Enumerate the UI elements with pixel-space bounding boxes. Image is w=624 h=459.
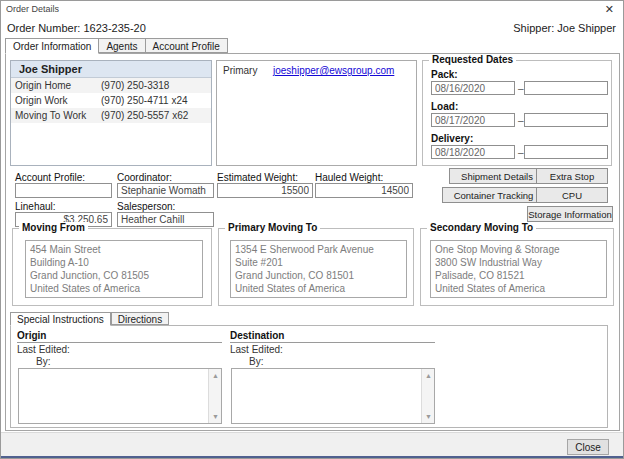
load-to-input[interactable]	[524, 113, 608, 127]
shipper-label: Shipper: Joe Shipper	[513, 22, 616, 34]
address-line: 454 Main Street	[30, 243, 198, 256]
address-line: 1354 E Sherwood Park Avenue	[235, 243, 402, 256]
tab-agents[interactable]: Agents	[99, 38, 144, 53]
account-profile-label: Account Profile:	[15, 172, 85, 183]
load-range-separator: –	[518, 115, 524, 126]
destination-last-edited-label: Last Edited:	[230, 344, 283, 355]
address-line: United States of America	[435, 282, 602, 295]
chevron-up-icon[interactable]: ▲	[209, 369, 222, 382]
pack-label: Pack:	[431, 69, 458, 80]
close-button[interactable]: Close	[567, 439, 609, 455]
primary-moving-to-title: Primary Moving To	[225, 222, 320, 233]
address-line: United States of America	[235, 282, 402, 295]
delivery-from-input[interactable]	[431, 145, 515, 159]
origin-last-edited-label: Last Edited:	[17, 344, 70, 355]
secondary-moving-to-title: Secondary Moving To	[427, 222, 536, 233]
footer-bar: Close	[1, 432, 624, 456]
salesperson-input[interactable]	[117, 212, 214, 227]
primary-moving-to-group: Primary Moving To 1354 E Sherwood Park A…	[218, 228, 414, 306]
contact-name: Joe Shipper	[11, 61, 211, 78]
container-tracking-button[interactable]: Container Tracking	[442, 187, 545, 203]
linehaul-label: Linehaul:	[15, 201, 56, 212]
tab-order-information[interactable]: Order Information	[5, 38, 99, 54]
tab-directions[interactable]: Directions	[111, 312, 169, 325]
secondary-moving-to-group: Secondary Moving To One Stop Moving & St…	[420, 228, 614, 306]
phone-number: (970) 250-5557 x62	[101, 110, 188, 121]
secondary-moving-to-address: One Stop Moving & Storage 3800 SW Indust…	[430, 240, 607, 298]
chevron-down-icon[interactable]: ▼	[209, 410, 222, 423]
delivery-label: Delivery:	[431, 133, 473, 144]
cpu-button[interactable]: CPU	[536, 187, 608, 203]
destination-by-label: By:	[249, 356, 263, 367]
phone-row-origin-home[interactable]: Origin Home (970) 250-3318	[11, 78, 211, 93]
phone-type-label: Origin Home	[15, 80, 71, 91]
special-instructions-frame: Origin Last Edited: By: ▲ ▼ Destination …	[10, 325, 608, 428]
pack-from-input[interactable]	[431, 81, 515, 95]
address-line: 3800 SW Industrial Way	[435, 256, 602, 269]
address-line: Suite #201	[235, 256, 402, 269]
order-information-panel: Joe Shipper Origin Home (970) 250-3318 O…	[5, 53, 620, 431]
order-number-label: Order Number: 1623-235-20	[7, 22, 146, 34]
email-type-label: Primary	[223, 65, 257, 76]
destination-notes-box: ▲ ▼	[231, 368, 435, 424]
notes-tabstrip: Special Instructions Directions	[10, 312, 169, 326]
load-from-input[interactable]	[431, 113, 515, 127]
estimated-weight-input[interactable]	[217, 183, 313, 198]
hauled-weight-label: Hauled Weight:	[315, 172, 383, 183]
shipment-details-button[interactable]: Shipment Details	[449, 168, 545, 184]
destination-notes-text[interactable]	[232, 369, 421, 423]
window-title: Order Details	[6, 4, 59, 14]
destination-section-title: Destination	[230, 330, 435, 343]
primary-moving-to-address: 1354 E Sherwood Park Avenue Suite #201 G…	[230, 240, 407, 298]
requested-dates-title: Requested Dates	[429, 54, 516, 65]
main-tabstrip: Order Information Agents Account Profile	[5, 38, 228, 54]
extra-stop-button[interactable]: Extra Stop	[536, 168, 608, 184]
destination-notes-scrollbar[interactable]: ▲ ▼	[421, 369, 434, 423]
order-details-window: Order Details ✕ Order Number: 1623-235-2…	[0, 0, 624, 459]
estimated-weight-label: Estimated Weight:	[217, 172, 298, 183]
address-line: Building A-10	[30, 256, 198, 269]
address-line: United States of America	[30, 282, 198, 295]
email-panel: Primary joeshipper@ewsgroup.com	[216, 60, 417, 166]
account-profile-input[interactable]	[15, 183, 112, 198]
load-label: Load:	[431, 101, 458, 112]
title-bar: Order Details ✕	[1, 1, 623, 19]
delivery-to-input[interactable]	[524, 145, 608, 159]
phone-row-moving-to-work[interactable]: Moving To Work (970) 250-5557 x62	[11, 108, 211, 123]
pack-range-separator: –	[518, 83, 524, 94]
phone-number: (970) 250-3318	[101, 80, 169, 91]
address-line: One Stop Moving & Storage	[435, 243, 602, 256]
coordinator-label: Coordinator:	[117, 172, 172, 183]
phone-row-origin-work[interactable]: Origin Work (970) 250-4711 x24	[11, 93, 211, 108]
tab-special-instructions[interactable]: Special Instructions	[10, 312, 111, 326]
phone-number: (970) 250-4711 x24	[101, 95, 188, 106]
coordinator-input[interactable]	[117, 183, 214, 198]
moving-from-title: Moving From	[19, 222, 88, 233]
requested-dates-group: Requested Dates Pack: – Load: – Delivery…	[422, 60, 612, 166]
moving-from-group: Moving From 454 Main Street Building A-1…	[12, 228, 212, 306]
moving-from-address: 454 Main Street Building A-10 Grand Junc…	[25, 240, 203, 298]
address-line: Grand Junction, CO 81501	[235, 269, 402, 282]
storage-information-button[interactable]: Storage Information	[527, 206, 613, 222]
hauled-weight-input[interactable]	[315, 183, 413, 198]
contact-phone-list: Joe Shipper Origin Home (970) 250-3318 O…	[10, 60, 212, 166]
origin-by-label: By:	[36, 356, 50, 367]
phone-type-label: Origin Work	[15, 95, 68, 106]
pack-to-input[interactable]	[524, 81, 608, 95]
origin-notes-text[interactable]	[19, 369, 208, 423]
chevron-up-icon[interactable]: ▲	[422, 369, 435, 382]
phone-type-label: Moving To Work	[15, 110, 86, 121]
delivery-range-separator: –	[518, 147, 524, 158]
origin-notes-scrollbar[interactable]: ▲ ▼	[208, 369, 221, 423]
origin-section-title: Origin	[17, 330, 222, 343]
tab-account-profile[interactable]: Account Profile	[145, 38, 228, 53]
close-icon[interactable]: ✕	[605, 3, 614, 16]
origin-notes-box: ▲ ▼	[18, 368, 222, 424]
address-line: Grand Junction, CO 81505	[30, 269, 198, 282]
chevron-down-icon[interactable]: ▼	[422, 410, 435, 423]
address-line: Palisade, CO 81521	[435, 269, 602, 282]
salesperson-label: Salesperson:	[117, 201, 175, 212]
email-link[interactable]: joeshipper@ewsgroup.com	[273, 65, 394, 76]
